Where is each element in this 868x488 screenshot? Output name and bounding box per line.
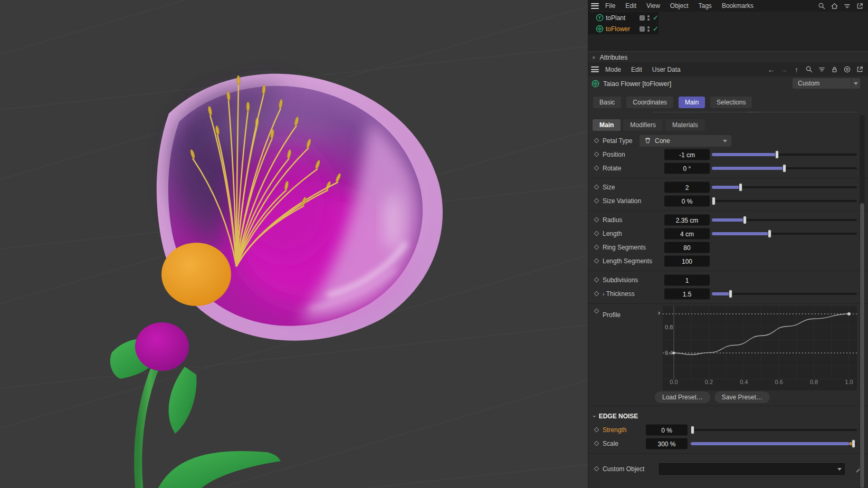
slider-track[interactable] — [712, 186, 857, 188]
param-diamond-icon[interactable] — [594, 185, 599, 190]
param-diamond-icon[interactable] — [594, 138, 599, 143]
slider-handle[interactable] — [743, 216, 747, 224]
slider-track[interactable] — [712, 219, 857, 221]
panel-splitter[interactable]: ······ — [588, 108, 868, 115]
search-icon[interactable] — [805, 65, 813, 73]
value-input[interactable]: 0 % — [646, 425, 688, 436]
value-input[interactable]: -1 cm — [664, 149, 710, 160]
slider-handle[interactable] — [691, 426, 694, 434]
preset-dropdown[interactable]: Custom — [793, 78, 860, 89]
enable-check-icon[interactable]: ✓ — [653, 14, 659, 22]
tab-main[interactable]: Main — [679, 97, 705, 108]
tab-basic[interactable]: Basic — [593, 97, 621, 108]
hamburger-icon[interactable] — [591, 66, 599, 72]
slider-track[interactable] — [712, 167, 857, 169]
hamburger-icon[interactable] — [591, 3, 599, 9]
load-preset-button[interactable]: Load Preset… — [655, 391, 710, 403]
chevron-right-icon[interactable]: › — [658, 309, 660, 317]
visibility-dots[interactable] — [647, 15, 650, 21]
om-menu-view[interactable]: View — [646, 2, 660, 9]
slider-handle[interactable] — [739, 183, 742, 192]
value-input[interactable]: 0 % — [664, 196, 710, 207]
slider-track[interactable] — [691, 429, 857, 431]
popout-icon[interactable] — [856, 65, 864, 73]
tab2-main[interactable]: Main — [593, 119, 621, 131]
param-diamond-icon[interactable] — [594, 166, 599, 171]
close-icon[interactable]: × — [592, 54, 595, 61]
slider-track[interactable] — [712, 200, 857, 202]
render-tag-icon[interactable] — [640, 26, 645, 32]
slider-track[interactable] — [712, 293, 857, 295]
filter-icon[interactable] — [843, 2, 851, 10]
om-menu-object[interactable]: Object — [670, 2, 689, 9]
param-diamond-icon[interactable] — [594, 245, 599, 250]
value-input[interactable]: 4 cm — [664, 228, 710, 240]
attr-menu-mode[interactable]: Mode — [605, 66, 621, 73]
viewport-3d[interactable] — [0, 0, 588, 488]
param-diamond-icon[interactable] — [594, 152, 599, 157]
param-diamond-icon[interactable] — [594, 466, 599, 472]
param-diamond-icon[interactable] — [594, 309, 599, 314]
custom-object-field[interactable] — [659, 463, 845, 475]
back-arrow-icon[interactable]: ← — [767, 65, 775, 73]
save-preset-button[interactable]: Save Preset… — [714, 391, 770, 403]
param-diamond-icon[interactable] — [594, 278, 599, 283]
om-menu-edit[interactable]: Edit — [625, 2, 636, 9]
scrollbar-thumb[interactable] — [860, 203, 864, 488]
tree-item-toflower[interactable]: toFlower ✓ — [588, 23, 659, 34]
focus-icon[interactable] — [843, 65, 851, 73]
param-label: Size Variation — [603, 197, 641, 205]
param-diamond-icon[interactable] — [594, 231, 599, 236]
chevron-down-icon[interactable] — [851, 78, 860, 89]
tab-selections[interactable]: Selections — [710, 97, 752, 108]
value-input[interactable]: 80 — [664, 242, 710, 253]
lock-icon[interactable] — [831, 65, 838, 73]
edge-noise-header[interactable]: › EDGE NOISE — [594, 412, 868, 421]
enable-check-icon[interactable]: ✓ — [653, 25, 659, 33]
param-diamond-icon[interactable] — [594, 441, 599, 446]
attr-menu-edit[interactable]: Edit — [631, 66, 642, 73]
curve-point[interactable] — [847, 312, 851, 315]
up-arrow-icon[interactable]: ↑ — [793, 65, 800, 73]
home-icon[interactable] — [831, 2, 838, 10]
value-input[interactable]: 100 — [664, 256, 710, 267]
slider-track[interactable] — [712, 154, 857, 156]
petal-type-dropdown[interactable]: Cone — [640, 135, 731, 147]
value-input[interactable]: 2.35 cm — [664, 215, 710, 226]
slider-track[interactable] — [691, 443, 857, 445]
popout-icon[interactable] — [856, 2, 864, 10]
param-diamond-icon[interactable] — [594, 291, 599, 296]
scrollbar[interactable] — [860, 115, 865, 488]
slider-handle[interactable] — [712, 197, 716, 205]
visibility-dots[interactable] — [647, 26, 650, 32]
value-input[interactable]: 0 ° — [664, 163, 710, 174]
value-input[interactable]: 1 — [664, 275, 710, 286]
render-tag-icon[interactable] — [640, 15, 645, 21]
tab2-materials[interactable]: Materials — [665, 119, 705, 131]
slider-track[interactable] — [712, 233, 857, 235]
tree-item-toplant[interactable]: toPlant ✓ — [588, 12, 659, 23]
slider-handle[interactable] — [729, 290, 732, 298]
param-diamond-icon[interactable] — [594, 198, 599, 204]
slider-handle[interactable] — [852, 439, 855, 448]
value-input[interactable]: 300 % — [646, 438, 688, 449]
slider-handle[interactable] — [783, 164, 786, 173]
param-diamond-icon[interactable] — [594, 217, 599, 223]
search-icon[interactable] — [818, 2, 826, 10]
value-input[interactable]: 1.5 — [664, 289, 710, 300]
tab2-modifiers[interactable]: Modifiers — [623, 119, 663, 131]
om-menu-tags[interactable]: Tags — [699, 2, 712, 9]
om-menu-bookmarks[interactable]: Bookmarks — [722, 2, 753, 9]
slider-handle[interactable] — [775, 150, 779, 159]
param-diamond-icon[interactable] — [594, 259, 599, 264]
value-input[interactable]: 2 — [664, 182, 710, 193]
filter-icon[interactable] — [818, 65, 826, 73]
slider-handle[interactable] — [768, 229, 771, 238]
forward-arrow-icon[interactable]: → — [780, 65, 788, 73]
attr-menu-userdata[interactable]: User Data — [652, 66, 681, 73]
tab-coordinates[interactable]: Coordinates — [626, 97, 673, 108]
om-menu-file[interactable]: File — [605, 2, 615, 9]
param-diamond-icon[interactable] — [594, 427, 599, 433]
chevron-right-icon[interactable]: › — [603, 291, 605, 297]
profile-curve-editor[interactable]: 0.00.20.40.60.81.00.80.4 — [663, 306, 857, 390]
